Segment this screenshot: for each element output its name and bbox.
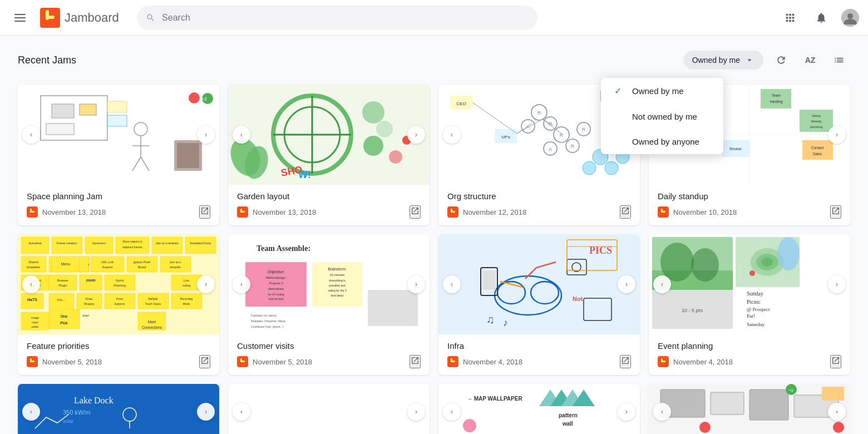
card-title: Infra [447, 341, 631, 351]
svg-rect-106 [85, 237, 113, 254]
card-next-button[interactable]: › [197, 126, 215, 144]
open-new-tab-button[interactable] [620, 355, 631, 368]
svg-text:Notetaker: Presenter: Marta: Notetaker: Presenter: Marta [251, 319, 285, 323]
card-infra[interactable]: PICS ♫ [438, 234, 640, 375]
filter-option-label: Owned by me [632, 86, 684, 96]
card-next-button[interactable]: › [407, 126, 425, 144]
svg-text:Live: Live [184, 279, 189, 282]
sort-az-button[interactable]: AZ [799, 49, 821, 71]
card-preview-space-planning: +2 ‹ › [18, 85, 219, 185]
svg-point-264 [699, 422, 711, 433]
svg-text:solar: solar [63, 418, 74, 424]
card-prev-button[interactable]: ‹ [443, 126, 461, 144]
filter-dropdown-button[interactable]: Owned by me [683, 51, 763, 70]
svg-point-34 [376, 121, 393, 137]
notifications-button[interactable] [810, 7, 832, 29]
search-icon [146, 13, 155, 23]
svg-rect-27 [30, 211, 34, 213]
card-next-button[interactable]: › [407, 275, 425, 293]
card-prev-button[interactable]: ‹ [233, 126, 250, 144]
card-furniture[interactable]: +2 ‹ › [649, 384, 850, 434]
open-new-tab-button[interactable] [199, 205, 210, 219]
svg-text:Browser: Browser [57, 279, 68, 282]
card-prev-button[interactable]: ‹ [233, 275, 250, 293]
search-bar[interactable] [137, 6, 537, 30]
card-meta: November 10, 2018 [658, 205, 841, 219]
card-event-planning[interactable]: Sunday Picnic @ Prospect Par! Saturday 1… [649, 234, 850, 375]
svg-rect-2 [14, 21, 26, 22]
card-date: November 12, 2018 [463, 208, 526, 216]
svg-text:♪: ♪ [503, 317, 508, 328]
open-new-tab-button[interactable] [410, 355, 421, 368]
card-feature-priorities[interactable]: Autodraw Frame creation Gestures! Move o… [18, 234, 219, 375]
list-view-button[interactable] [828, 49, 850, 71]
card-prev-button[interactable]: ‹ [443, 275, 461, 293]
preview-svg-blank [228, 384, 430, 434]
open-new-tab-button[interactable] [410, 205, 421, 219]
preview-svg-event: Sunday Picnic @ Prospect Par! Saturday 1… [649, 234, 850, 334]
svg-rect-161 [171, 293, 202, 309]
svg-text:+2: +2 [201, 96, 207, 102]
preview-svg-lake: Lake Dock 350 kW/m solar [18, 384, 219, 434]
svg-point-236 [691, 248, 719, 282]
svg-rect-11 [80, 104, 96, 115]
card-meta: November 13, 2018 [237, 205, 421, 219]
user-avatar[interactable] [841, 9, 859, 27]
card-date: November 10, 2018 [673, 208, 737, 216]
svg-text:Draw: Draw [86, 297, 93, 300]
svg-rect-129 [105, 275, 135, 290]
svg-text:Facilitator (no demo): Facilitator (no demo) [251, 314, 277, 317]
card-prev-button[interactable]: ‹ [443, 403, 461, 421]
card-next-button[interactable]: › [197, 275, 215, 293]
card-garden-layout[interactable]: SHO W! ‹ › Garden layout [228, 85, 430, 225]
filter-option-label: Not owned by me [632, 112, 697, 121]
card-next-button[interactable]: › [618, 403, 635, 421]
card-next-button[interactable]: › [618, 275, 635, 293]
filter-option-owned-by-anyone[interactable]: Owned by anyone [601, 129, 723, 154]
card-next-button[interactable]: › [407, 403, 425, 421]
card-prev-button[interactable]: ‹ [22, 126, 40, 144]
card-space-planning[interactable]: +2 ‹ › Space planning [18, 85, 219, 225]
open-new-tab-button[interactable] [830, 355, 841, 368]
card-prev-button[interactable]: ‹ [233, 403, 250, 421]
card-title: Daily standup [658, 191, 841, 201]
jamboard-owner-icon [658, 356, 669, 367]
svg-text:Shapes: Shapes [84, 302, 95, 305]
card-next-button[interactable]: › [197, 403, 215, 421]
card-date-row: November 12, 2018 [447, 206, 526, 218]
hamburger-menu-button[interactable] [9, 7, 31, 29]
svg-rect-152 [77, 293, 102, 309]
svg-text:Planning: Planning [114, 284, 125, 287]
card-next-button[interactable]: › [828, 403, 846, 421]
card-map-wallpaper[interactable]: → MAP WALLPAPER pattern wall ‹ › [438, 384, 640, 434]
card-customer-visits[interactable]: Team Assemble: Objective: Methodology: P… [228, 234, 430, 375]
card-next-button[interactable]: › [828, 126, 846, 144]
refresh-button[interactable] [770, 49, 792, 71]
card-unknown-2[interactable]: ‹ › [228, 384, 430, 434]
card-next-button[interactable]: › [828, 275, 846, 293]
svg-text:shart: shart [82, 314, 90, 317]
card-info-features: Feature priorities November 5, 2018 [18, 334, 219, 375]
svg-text:possible) and: possible) and [329, 284, 346, 287]
card-prev-button[interactable]: ‹ [653, 275, 671, 293]
svg-rect-1 [14, 17, 26, 18]
filter-option-owned-by-me[interactable]: ✓ Owned by me [601, 78, 723, 104]
filter-option-not-owned-by-me[interactable]: Not owned by me [601, 104, 723, 129]
card-lake-dock[interactable]: Lake Dock 350 kW/m solar ‹ › [18, 384, 219, 434]
card-info-space-planning: Space planning Jam November 13, 2018 [18, 185, 219, 225]
svg-rect-195 [368, 290, 418, 326]
svg-text:Brainstorm:: Brainstorm: [328, 267, 346, 271]
search-input[interactable] [162, 13, 529, 23]
open-new-icon [831, 356, 840, 365]
svg-text:Prir...: Prir... [57, 298, 65, 302]
open-new-tab-button[interactable] [199, 355, 210, 368]
open-new-tab-button[interactable] [830, 205, 841, 219]
svg-point-227 [777, 237, 800, 270]
card-prev-button[interactable]: ‹ [22, 403, 40, 421]
apps-grid-button[interactable] [779, 7, 801, 29]
card-prev-button[interactable]: ‹ [22, 275, 40, 293]
open-new-tab-button[interactable] [620, 205, 631, 219]
card-prev-button[interactable]: ‹ [653, 403, 671, 421]
svg-text:Weekly: Weekly [811, 120, 822, 123]
card-date: November 4, 2018 [463, 358, 522, 366]
